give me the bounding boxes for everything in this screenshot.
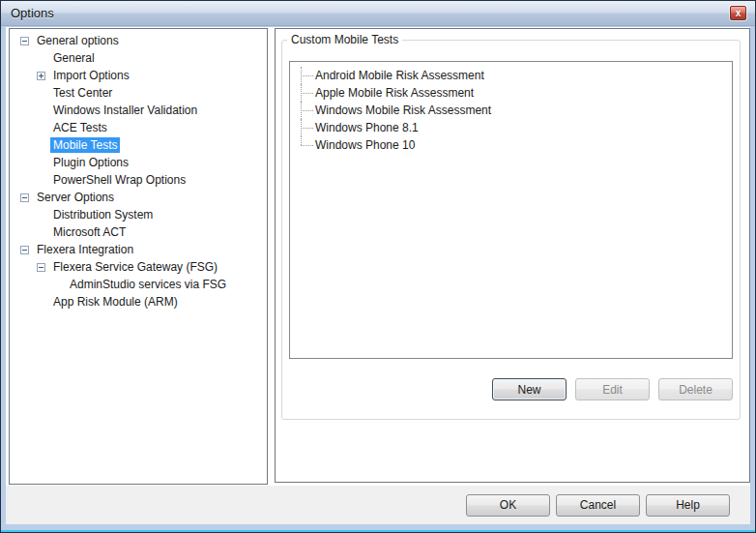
tree-item-microsoft-act[interactable]: Microsoft ACT	[10, 223, 267, 241]
tree-item-plugin-options[interactable]: Plugin Options	[10, 154, 267, 171]
close-button[interactable]: x	[730, 6, 746, 20]
tree-item-flexera-integration[interactable]: Flexera Integration	[10, 241, 267, 258]
options-dialog: Options x General optionsGeneralImport O…	[0, 0, 756, 533]
expander-slot	[37, 72, 50, 80]
tree-item-label: Plugin Options	[50, 155, 131, 170]
tree-item-general[interactable]: General	[10, 49, 267, 67]
cancel-button[interactable]: Cancel	[556, 494, 640, 517]
collapse-expander-icon[interactable]	[20, 37, 29, 45]
list-item-label: Windows Phone 8.1	[315, 121, 419, 134]
tree-item-label: AdminStudio services via FSG	[67, 277, 229, 292]
tree-item-test-center[interactable]: Test Center	[10, 84, 267, 102]
list-item-apple-mobile-risk-assessment[interactable]: Apple Mobile Risk Assessment	[290, 84, 732, 102]
tree-item-general-options[interactable]: General options	[10, 32, 267, 49]
new-button[interactable]: New	[492, 378, 567, 400]
list-item-label: Android Mobile Risk Assessment	[315, 69, 484, 82]
window-title: Options	[11, 6, 54, 20]
tree-item-distribution-system[interactable]: Distribution System	[10, 206, 267, 223]
help-button[interactable]: Help	[646, 494, 730, 517]
ok-button[interactable]: OK	[466, 494, 550, 517]
edit-button[interactable]: Edit	[575, 378, 650, 400]
list-item-label: Apple Mobile Risk Assessment	[315, 86, 474, 100]
close-icon: x	[736, 9, 741, 18]
list-item-windows-mobile-risk-assessment[interactable]: Windows Mobile Risk Assessment	[290, 102, 732, 119]
dialog-footer: OKCancelHelp	[6, 486, 750, 524]
tree-item-label: Server Options	[34, 190, 117, 205]
dialog-client-area: General optionsGeneralImport OptionsTest…	[6, 27, 750, 524]
tree-item-label: Import Options	[50, 68, 132, 83]
mobile-tests-listbox[interactable]: Android Mobile Risk AssessmentApple Mobi…	[289, 61, 733, 359]
tree-item-server-options[interactable]: Server Options	[10, 189, 267, 206]
list-item-label: Windows Phone 10	[315, 138, 415, 152]
groupbox-title: Custom Mobile Tests	[287, 33, 402, 46]
settings-panel: Custom Mobile Tests Android Mobile Risk …	[275, 28, 750, 483]
tree-item-label: Distribution System	[50, 207, 156, 222]
expander-slot	[37, 263, 50, 272]
tree-item-label: Flexera Service Gateway (FSG)	[50, 259, 220, 275]
expander-slot	[20, 193, 34, 202]
collapse-expander-icon[interactable]	[37, 263, 45, 272]
custom-mobile-tests-groupbox: Custom Mobile Tests Android Mobile Risk …	[281, 40, 741, 420]
tree-item-label: App Risk Module (ARM)	[50, 294, 181, 310]
tree-item-adminstudio-services-via-fsg[interactable]: AdminStudio services via FSG	[10, 276, 267, 293]
delete-button[interactable]: Delete	[658, 378, 733, 400]
tree-item-app-risk-module-arm[interactable]: App Risk Module (ARM)	[10, 293, 267, 311]
tree-item-mobile-tests[interactable]: Mobile Tests	[10, 136, 267, 154]
list-item-windows-phone-10[interactable]: Windows Phone 10	[290, 136, 732, 154]
tree-item-label: PowerShell Wrap Options	[50, 172, 189, 188]
collapse-expander-icon[interactable]	[20, 193, 29, 202]
tree-item-ace-tests[interactable]: ACE Tests	[10, 119, 267, 136]
tree-item-windows-installer-validation[interactable]: Windows Installer Validation	[10, 102, 267, 119]
tree-item-import-options[interactable]: Import Options	[10, 67, 267, 84]
tree-item-label: Flexera Integration	[34, 242, 136, 257]
tree-item-label: Microsoft ACT	[50, 224, 129, 240]
expand-expander-icon[interactable]	[37, 72, 45, 80]
tree-item-label: General options	[34, 33, 122, 48]
list-item-windows-phone-8-1[interactable]: Windows Phone 8.1	[290, 119, 732, 136]
expander-slot	[20, 37, 34, 45]
collapse-expander-icon[interactable]	[20, 246, 29, 254]
list-action-buttons: NewEditDelete	[492, 378, 733, 400]
options-tree: General optionsGeneralImport OptionsTest…	[10, 29, 267, 311]
tree-item-label: General	[50, 50, 98, 66]
list-item-android-mobile-risk-assessment[interactable]: Android Mobile Risk Assessment	[290, 67, 732, 84]
expander-slot	[20, 246, 34, 254]
tree-item-label: Mobile Tests	[50, 137, 120, 153]
title-bar[interactable]: Options x	[1, 1, 755, 26]
tree-item-powershell-wrap-options[interactable]: PowerShell Wrap Options	[10, 171, 267, 189]
list-item-label: Windows Mobile Risk Assessment	[315, 104, 491, 117]
options-tree-panel: General optionsGeneralImport OptionsTest…	[9, 28, 268, 485]
tree-item-label: ACE Tests	[50, 120, 110, 135]
tree-item-label: Windows Installer Validation	[50, 103, 200, 118]
tree-item-flexera-service-gateway-fsg[interactable]: Flexera Service Gateway (FSG)	[10, 258, 267, 276]
tree-item-label: Test Center	[50, 85, 115, 101]
